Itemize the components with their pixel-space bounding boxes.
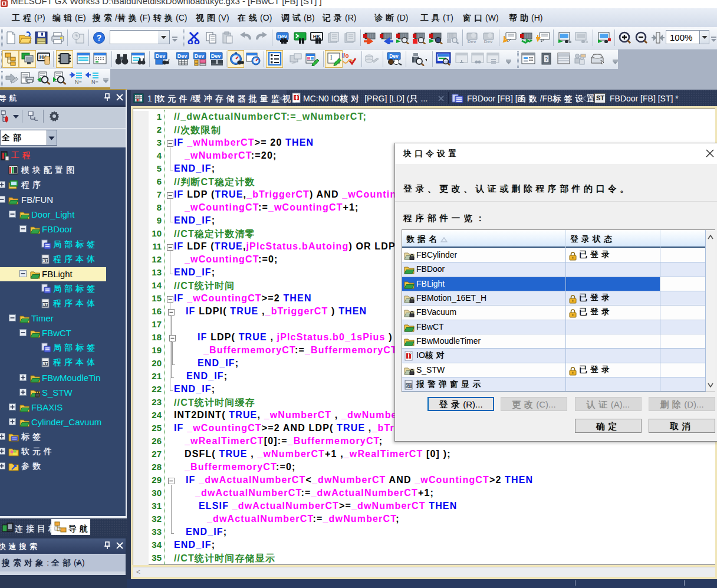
svg-text:ST: ST [406,384,412,388]
svg-text:N=: N= [75,79,82,85]
svg-text:?: ? [545,56,548,62]
svg-text:ST: ST [42,258,48,262]
svg-text:Dev: Dev [195,53,205,59]
svg-text:Dev: Dev [177,53,188,59]
svg-text:ST: ST [42,362,48,366]
svg-text:?: ? [97,33,102,42]
svg-text:I/o: I/o [342,52,349,59]
svg-text:Dev: Dev [468,39,476,44]
svg-text:Dev: Dev [156,53,166,59]
svg-text:Dev: Dev [211,53,221,59]
svg-text:ST: ST [42,303,48,307]
svg-text:I: I [330,54,332,61]
svg-text:Dev: Dev [484,39,493,44]
svg-text:Dev: Dev [389,53,399,59]
svg-text:N=: N= [91,79,98,85]
